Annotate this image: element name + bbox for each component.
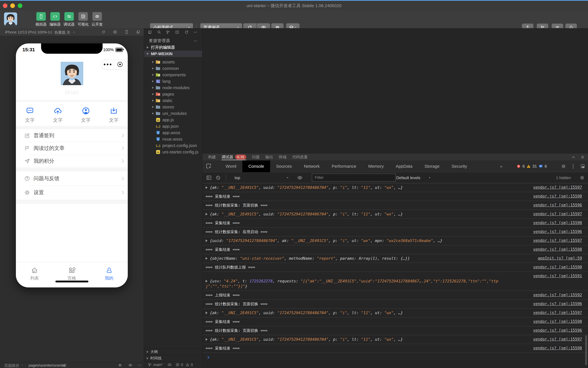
tree-folder[interactable]: common [144,65,202,72]
console-source-link[interactable]: vendor.js? [sm]:15598 [533,194,582,198]
console-source-link[interactable]: vendor.js? [sm]:15598 [533,319,582,323]
menu-item-editsq[interactable]: 普通签到 [16,129,128,142]
rotate-device-icon[interactable] [101,30,106,34]
more-icon[interactable] [193,39,197,43]
tree-file[interactable]: JSuni-starter.config.js [144,149,202,155]
eye-icon[interactable] [128,363,132,367]
expand-arrow-icon[interactable] [206,312,208,314]
page-path-value[interactable]: pages/ucenter/ucenter [29,363,66,368]
quick-action-button[interactable]: 文字 [72,102,100,126]
phone-frame-icon[interactable] [125,30,129,34]
expand-arrow-icon[interactable] [206,186,208,189]
console-source-link[interactable]: vendor.js? [sm]:15596 [533,229,582,234]
toolbar-mode-模拟器[interactable]: 模拟器 [34,12,48,27]
project-root-item[interactable]: MP-WEIXIN [144,51,202,57]
tree-file[interactable]: 3app.wxss [144,129,202,136]
multi-window-icon[interactable] [136,30,140,34]
tree-folder[interactable]: uni_modules [144,110,202,117]
tree-folder[interactable]: stores [144,104,202,110]
tree-folder[interactable]: assets [144,59,202,65]
mode-button[interactable] [36,12,46,21]
console-source-link[interactable]: vendor.js? [sm]:15597 [533,212,582,216]
expand-arrow-icon[interactable] [206,338,208,341]
console-counts[interactable]: 6 31 6 [516,160,547,172]
console-prompt[interactable] [202,353,588,362]
devtools-tab-appdata[interactable]: AppData [390,160,418,172]
devtools-tab-security[interactable]: Security [445,160,473,172]
outline-section[interactable]: 大纲 [144,348,202,355]
tree-folder[interactable]: 文Alang [144,78,202,84]
console-source-link[interactable]: vendor.js? [sm]:15590 [533,265,582,269]
split-editor-icon[interactable] [175,30,179,34]
console-source-link[interactable]: vendor.js? [sm]:15592 [533,293,582,297]
console-source-link[interactable]: vendor.js? [sm]:15597 [533,185,582,189]
console-source-link[interactable]: vendor.js? [sm]:15597 [533,238,582,243]
sync-icon[interactable] [167,363,172,367]
tree-folder[interactable]: <>pages [144,91,202,97]
mode-button[interactable] [78,12,88,21]
console-sidebar-icon[interactable] [206,175,212,181]
devtools-tab-console[interactable]: Console [242,160,270,172]
profile-avatar[interactable] [61,62,83,85]
console-source-link[interactable]: vendor.js? [sm]:15596 [533,328,582,332]
toolbar-mode-调试器[interactable]: 调试器 [62,12,76,27]
debugger-tab-代码质量[interactable]: 代码质量 [292,154,308,160]
tree-folder[interactable]: components [144,72,202,78]
more-icon[interactable] [138,363,142,367]
mode-button[interactable] [50,12,60,21]
filter-input[interactable] [312,174,395,182]
tree-folder[interactable]: static [144,97,202,104]
phone-tab-user[interactable]: 我的 [90,262,128,287]
search-icon[interactable] [157,30,161,34]
tree-file[interactable]: 3nvue.wxss [144,136,202,142]
bug-icon[interactable] [118,363,122,367]
kebab-menu-icon[interactable] [572,164,574,169]
devtools-tab-memory[interactable]: Memory [362,160,390,172]
git-branch-icon[interactable] [148,363,152,367]
more-icon[interactable] [193,30,198,34]
scrollbar-thumb[interactable] [585,335,587,365]
phone-tab-home[interactable]: 列表 [16,262,53,287]
console-source-link[interactable]: appInit.js? [sm]:59 [538,256,582,260]
devtools-tab-sources[interactable]: Sources [270,160,298,172]
console-source-link[interactable]: vendor.js? [sm]:15596 [533,203,582,207]
close-panel-icon[interactable] [580,155,585,159]
quick-action-button[interactable]: 文字 [100,102,128,126]
git-branch-name[interactable]: main* [153,363,163,367]
git-branch-icon[interactable] [166,30,170,34]
debugger-tab-调试器[interactable]: 调试器6, 31 [222,154,246,160]
debugger-tab-终端[interactable]: 终端 [279,154,287,160]
hidden-count[interactable]: 1 hidden [556,176,571,180]
stop-icon[interactable] [113,30,117,34]
console-source-link[interactable]: vendor.js? [sm]:15598 [533,221,582,225]
expand-arrow-icon[interactable] [206,213,208,215]
device-selector[interactable]: iPhone 12/13 (Pro) 100% 16 [5,30,52,34]
menu-item-send[interactable]: 我的积分 [16,155,128,167]
pages-icon[interactable] [148,30,152,34]
log-levels-selector[interactable]: Default levels [396,175,420,180]
toolbar-mode-编辑器[interactable]: 编辑器 [48,12,62,27]
menu-item-flag[interactable]: 阅读过的文章 [16,142,128,155]
toolbar-mode-可视化[interactable]: 可视化 [76,12,90,27]
debugger-tab-构建[interactable]: 构建 [208,154,216,160]
console-source-link[interactable]: vendor.js? [sm]:15596 [533,301,582,306]
refresh-icon[interactable] [184,30,189,34]
expand-arrow-icon[interactable] [206,257,208,260]
console-source-link[interactable]: vendor.js? [sm]:15597 [533,337,582,341]
menu-item-gear[interactable]: 设置 [16,185,128,200]
expand-arrow-icon[interactable] [206,239,208,242]
console-source-link[interactable]: vendor.js? [sm]:15598 [533,346,582,350]
context-selector[interactable]: top [235,175,240,180]
expand-arrow-icon[interactable] [206,280,208,282]
timeline-section[interactable]: 时间线 [144,355,202,361]
dock-side-icon[interactable] [580,164,585,169]
devtools-tab-storage[interactable]: Storage [418,160,445,172]
copy-icon[interactable] [63,363,67,367]
open-editors-section[interactable]: 打开的编辑器 [144,44,202,51]
quick-action-button[interactable]: 文字 [44,102,72,126]
console-source-link[interactable]: vendor.js? [sm]:15598 [533,247,582,251]
console-settings-icon[interactable] [580,175,585,180]
tree-folder[interactable]: node-modules [144,84,202,91]
debugger-tab-问题[interactable]: 问题 [252,154,260,160]
inspect-element-icon[interactable] [206,163,212,169]
